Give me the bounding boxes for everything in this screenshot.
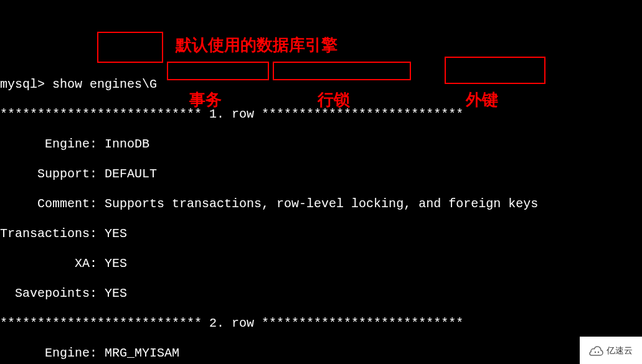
cloud-icon: [589, 343, 604, 358]
watermark-text: 亿速云: [607, 343, 633, 358]
transactions-line-1: Transactions: YES: [0, 226, 642, 241]
svg-point-1: [598, 352, 599, 353]
watermark: 亿速云: [580, 337, 642, 364]
engine-line-2: Engine: MRG_MYISAM: [0, 346, 642, 361]
annotation-default-engine: 默认使用的数据库引擎: [176, 37, 338, 52]
row-separator-1: *************************** 1. row *****…: [0, 107, 642, 122]
xa-line-1: XA: YES: [0, 256, 642, 271]
comment-line-1: Comment: Supports transactions, row-leve…: [0, 197, 642, 212]
highlight-engine-support: [97, 32, 163, 63]
support-line-1: Support: DEFAULT: [0, 167, 642, 182]
prompt-line: mysql> show engines\G: [0, 77, 642, 92]
engine-line-1: Engine: InnoDB: [0, 137, 642, 152]
svg-point-0: [595, 352, 596, 353]
terminal-output: mysql> show engines\G ******************…: [0, 60, 642, 364]
savepoints-line-1: Savepoints: YES: [0, 286, 642, 301]
row-separator-2: *************************** 2. row *****…: [0, 316, 642, 331]
